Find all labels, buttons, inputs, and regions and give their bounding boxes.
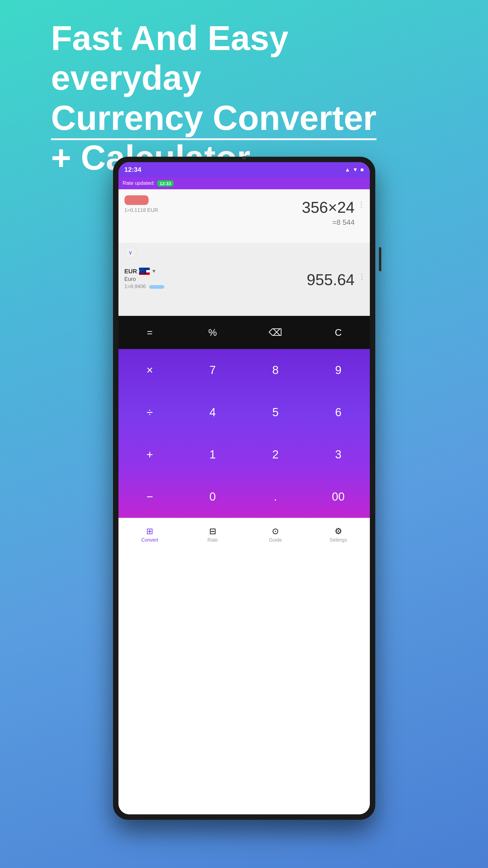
nav-item-settings[interactable]: ⚙ Settings <box>307 518 370 551</box>
percent-button[interactable]: % <box>181 316 244 349</box>
status-bar: 12:34 ▲ ▼ ■ <box>118 162 370 177</box>
top-amount-display: 356×24 =8 544 <box>302 198 355 227</box>
num-8-button[interactable]: 8 <box>244 349 307 391</box>
top-more-icon[interactable]: ⋮ <box>358 200 366 209</box>
num-5-button[interactable]: 5 <box>244 391 307 433</box>
bottom-amount-value: 955.64 <box>307 271 355 289</box>
nav-item-guide[interactable]: ⊙ Guide <box>244 518 307 551</box>
battery-icon: ■ <box>361 167 364 173</box>
settings-icon: ⚙ <box>335 526 342 536</box>
nav-label-guide: Guide <box>269 537 282 543</box>
num-1-button[interactable]: 1 <box>181 433 244 475</box>
wifi-icon: ▲ <box>345 167 350 173</box>
status-time: 12:34 <box>124 166 141 174</box>
status-icons: ▲ ▼ ■ <box>345 167 364 173</box>
num-9-button[interactable]: 9 <box>307 349 370 391</box>
decimal-button[interactable]: . <box>244 475 307 518</box>
num-2-button[interactable]: 2 <box>244 433 307 475</box>
backspace-button[interactable]: ⌫ <box>244 316 307 349</box>
headline-line1: Fast And Easy everyday <box>51 18 440 98</box>
bottom-currency-row[interactable]: EUR 🇪🇺 ▼ Euro 1=8.9406 955.64 ⋮ <box>118 261 370 316</box>
num-7-button[interactable]: 7 <box>181 349 244 391</box>
headline-line2: Currency Converter <box>51 98 440 138</box>
chevron-down-icon: ∨ <box>128 249 132 256</box>
num-3-button[interactable]: 3 <box>307 433 370 475</box>
bottom-currency-code: EUR <box>124 268 137 275</box>
rate-timestamp-badge: 12:33 <box>157 180 173 187</box>
nav-item-rate[interactable]: ⊟ Rate <box>181 518 244 551</box>
convert-icon: ⊞ <box>146 526 153 536</box>
signal-icon: ▼ <box>353 167 358 173</box>
swap-button[interactable]: ∨ <box>124 247 136 258</box>
guide-icon: ⊙ <box>272 526 279 536</box>
converter-area: 1=0.1118 EUR 356×24 =8 544 ⋮ ∨ EUR 🇪🇺 ▼ <box>118 189 370 814</box>
top-currency-row[interactable]: 1=0.1118 EUR 356×24 =8 544 ⋮ <box>118 189 370 244</box>
tablet-device: 12:34 ▲ ▼ ■ Rate updated: 12:33 1=0.1118… <box>113 157 375 820</box>
calculator-ops-row: = % ⌫ C <box>118 316 370 349</box>
add-button[interactable]: + <box>118 433 181 475</box>
nav-label-convert: Convert <box>141 537 158 543</box>
app-headline: Fast And Easy everyday Currency Converte… <box>51 18 440 178</box>
swap-row: ∨ <box>118 244 370 261</box>
nav-item-convert[interactable]: ⊞ Convert <box>118 518 181 551</box>
subtract-button[interactable]: − <box>118 475 181 518</box>
nav-label-settings: Settings <box>330 537 347 543</box>
double-zero-button[interactable]: 00 <box>307 475 370 518</box>
tablet-screen: 12:34 ▲ ▼ ■ Rate updated: 12:33 1=0.1118… <box>118 162 370 814</box>
clear-button[interactable]: C <box>307 316 370 349</box>
bottom-currency-flag: 🇪🇺 <box>139 268 150 275</box>
bottom-more-icon[interactable]: ⋮ <box>358 273 366 281</box>
nav-label-rate: Rate <box>207 537 218 543</box>
rate-bar-visual <box>149 285 164 289</box>
tablet-power-button <box>379 247 381 271</box>
divide-button[interactable]: ÷ <box>118 391 181 433</box>
top-amount-value: 356×24 <box>302 198 355 216</box>
top-currency-flag <box>124 195 149 205</box>
top-amount-result: =8 544 <box>302 218 355 227</box>
calculator-numpad: × 7 8 9 ÷ 4 5 6 + 1 2 3 − 0 <box>118 349 370 518</box>
num-0-button[interactable]: 0 <box>181 475 244 518</box>
currency-dropdown-arrow[interactable]: ▼ <box>152 269 156 274</box>
equals-button[interactable]: = <box>118 316 181 349</box>
num-4-button[interactable]: 4 <box>181 391 244 433</box>
tablet-camera <box>242 156 246 160</box>
multiply-button[interactable]: × <box>118 349 181 391</box>
rate-updated-label: Rate updated: <box>123 180 155 186</box>
calculator: = % ⌫ C × 7 8 9 ÷ 4 5 6 <box>118 316 370 518</box>
bottom-amount-display: 955.64 <box>307 271 355 289</box>
rate-bar: Rate updated: 12:33 <box>118 177 370 189</box>
num-6-button[interactable]: 6 <box>307 391 370 433</box>
bottom-navigation: ⊞ Convert ⊟ Rate ⊙ Guide ⚙ Settings <box>118 518 370 551</box>
rate-icon: ⊟ <box>209 526 216 536</box>
